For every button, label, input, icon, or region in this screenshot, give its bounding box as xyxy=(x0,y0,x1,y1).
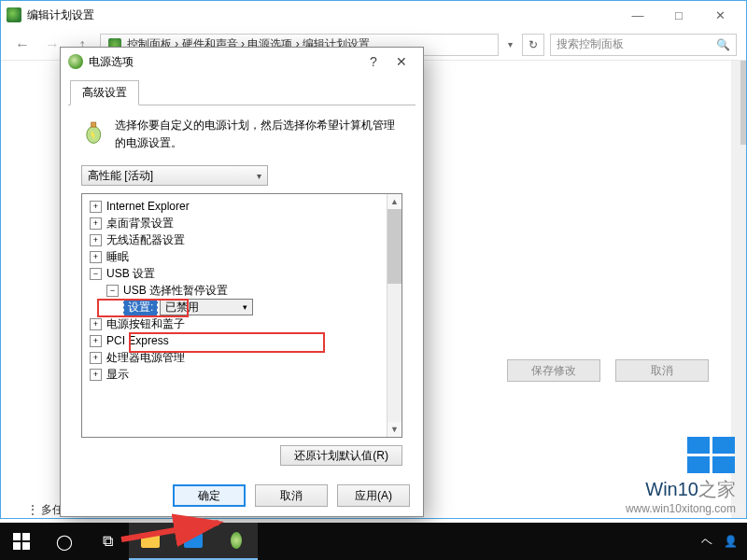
tree-node-label: 睡眠 xyxy=(106,248,129,265)
tree-node-label: USB 选择性暂停设置 xyxy=(123,282,228,299)
scrollbar-thumb[interactable] xyxy=(740,61,746,145)
tree-scrollbar[interactable]: ▲ ▼ xyxy=(387,194,402,437)
svg-rect-6 xyxy=(22,542,30,550)
dialog-buttons: 确定 取消 应用(A) xyxy=(61,475,423,516)
chevron-down-icon: ▾ xyxy=(257,171,261,181)
search-input[interactable]: 搜索控制面板 🔍 xyxy=(550,34,737,56)
tree-node[interactable]: −USB 设置 xyxy=(86,265,398,282)
help-button[interactable]: ? xyxy=(359,49,388,75)
settings-app-icon xyxy=(184,533,203,548)
power-icon xyxy=(7,7,21,22)
svg-rect-3 xyxy=(13,533,21,540)
tree-node-label: PCI Express xyxy=(106,332,169,349)
taskbar: ◯ ⧉ ヘ 👤 xyxy=(0,523,747,560)
power-app-icon xyxy=(231,532,242,549)
setting-dropdown[interactable]: 已禁用▾ xyxy=(160,299,253,315)
tree-node[interactable]: −USB 选择性暂停设置 xyxy=(86,282,398,299)
setting-value: 已禁用 xyxy=(165,300,199,315)
svg-rect-1 xyxy=(92,122,96,127)
control-panel-title: 编辑计划设置 xyxy=(27,7,94,23)
ok-button[interactable]: 确定 xyxy=(173,484,246,507)
expand-icon[interactable]: + xyxy=(90,217,102,230)
save-changes-button[interactable]: 保存修改 xyxy=(507,359,600,382)
tree-node[interactable]: +电源按钮和盖子 xyxy=(86,315,398,332)
breadcrumb-dropdown-icon[interactable]: ▾ xyxy=(504,39,516,49)
setting-label: 设置: xyxy=(123,299,158,316)
close-button[interactable]: ✕ xyxy=(699,2,740,28)
expand-icon[interactable]: + xyxy=(90,369,102,381)
tab-panel: 选择你要自定义的电源计划，然后选择你希望计算机管理的电源设置。 高性能 [活动]… xyxy=(68,105,416,475)
tray-people-icon[interactable]: 👤 xyxy=(724,535,738,548)
tree-node[interactable]: +处理器电源管理 xyxy=(86,349,398,366)
collapse-icon[interactable]: − xyxy=(106,285,119,297)
control-panel-titlebar: 编辑计划设置 — □ ✕ xyxy=(1,1,746,29)
taskbar-app-explorer[interactable] xyxy=(129,523,172,560)
dialog-titlebar: 电源选项 ? ✕ xyxy=(61,48,423,76)
tree-node-label: 处理器电源管理 xyxy=(106,349,185,366)
taskbar-app-power[interactable] xyxy=(215,523,258,560)
chevron-down-icon: ▾ xyxy=(243,302,247,312)
tree-node[interactable]: +桌面背景设置 xyxy=(86,215,398,231)
settings-tree: +Internet Explorer+桌面背景设置+无线适配器设置+睡眠−USB… xyxy=(81,193,402,438)
tree-node[interactable]: +显示 xyxy=(86,366,398,383)
scroll-up-icon[interactable]: ▲ xyxy=(388,194,402,209)
power-options-dialog: 电源选项 ? ✕ 高级设置 选择你要自定义的电源计划，然后选择你希望计算机管理的… xyxy=(60,47,424,517)
tree-node-label: 显示 xyxy=(106,366,129,383)
taskbar-app-settings[interactable] xyxy=(172,523,215,560)
svg-rect-4 xyxy=(22,533,30,540)
expand-icon[interactable]: + xyxy=(90,251,102,263)
plan-select[interactable]: 高性能 [活动] ▾ xyxy=(81,165,268,186)
collapse-icon[interactable]: − xyxy=(90,268,102,280)
dialog-close-button[interactable]: ✕ xyxy=(388,49,416,75)
tree-node[interactable]: +PCI Express xyxy=(86,332,398,349)
restore-defaults-button[interactable]: 还原计划默认值(R) xyxy=(280,445,402,466)
minimize-button[interactable]: — xyxy=(617,2,658,28)
tree-node[interactable]: +Internet Explorer xyxy=(86,198,398,215)
start-button[interactable] xyxy=(0,523,43,560)
windows-logo-icon xyxy=(687,437,736,473)
back-button[interactable]: ← xyxy=(10,33,35,57)
expand-icon[interactable]: + xyxy=(90,318,102,330)
svg-rect-5 xyxy=(13,542,21,550)
tab-advanced[interactable]: 高级设置 xyxy=(70,80,139,105)
expand-icon[interactable]: + xyxy=(90,234,102,246)
search-placeholder: 搜索控制面板 xyxy=(557,36,624,52)
plan-select-value: 高性能 [活动] xyxy=(88,168,153,184)
cortana-button[interactable]: ◯ xyxy=(43,523,86,560)
folder-icon xyxy=(141,533,160,548)
tree-node-label: 桌面背景设置 xyxy=(106,215,174,231)
refresh-button[interactable]: ↻ xyxy=(522,34,544,56)
plan-page-buttons: 保存修改 取消 xyxy=(507,359,709,382)
battery-icon xyxy=(68,54,83,69)
tree-node-label: Internet Explorer xyxy=(106,198,190,215)
expand-icon[interactable]: + xyxy=(90,352,102,364)
watermark-brand-a: Win10 xyxy=(645,479,698,499)
search-icon: 🔍 xyxy=(716,38,730,51)
tree-setting-row: 设置:已禁用▾ xyxy=(86,299,398,315)
dialog-description: 选择你要自定义的电源计划，然后选择你希望计算机管理的电源设置。 xyxy=(115,117,402,152)
apply-button[interactable]: 应用(A) xyxy=(337,484,410,507)
watermark-brand-b: 之家 xyxy=(698,479,736,499)
watermark-url: www.win10xitong.com xyxy=(626,502,736,515)
scroll-down-icon[interactable]: ▼ xyxy=(388,422,402,437)
cancel-button[interactable]: 取消 xyxy=(255,484,328,507)
tab-bar: 高级设置 xyxy=(61,76,423,105)
maximize-button[interactable]: □ xyxy=(658,2,699,28)
tree-node[interactable]: +无线适配器设置 xyxy=(86,231,398,248)
cancel-changes-button[interactable]: 取消 xyxy=(615,359,709,382)
system-tray: ヘ 👤 xyxy=(701,534,747,550)
watermark: Win10之家 www.win10xitong.com xyxy=(626,437,736,515)
tree-node-label: 电源按钮和盖子 xyxy=(106,315,185,332)
expand-icon[interactable]: + xyxy=(90,335,102,347)
dialog-title: 电源选项 xyxy=(89,54,134,70)
tree-node[interactable]: +睡眠 xyxy=(86,248,398,265)
tree-node-label: USB 设置 xyxy=(106,265,155,282)
expand-icon[interactable]: + xyxy=(90,201,102,213)
tree-scrollbar-thumb[interactable] xyxy=(388,209,402,284)
taskview-button[interactable]: ⧉ xyxy=(86,523,129,560)
tray-overflow-icon[interactable]: ヘ xyxy=(701,534,712,550)
battery-bulb-icon xyxy=(81,117,106,147)
tree-node-label: 无线适配器设置 xyxy=(106,231,185,248)
